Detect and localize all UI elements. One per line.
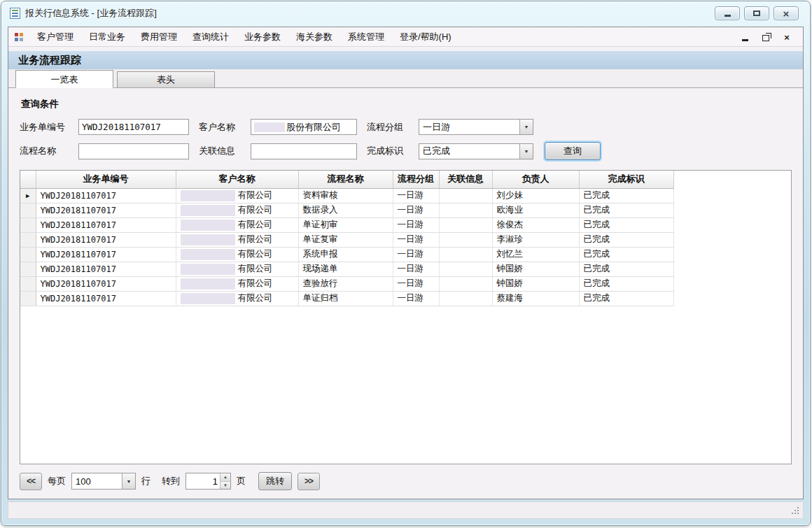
cell-customer[interactable]: 有限公司 xyxy=(176,203,298,217)
spin-down-icon[interactable]: ▼ xyxy=(220,482,230,490)
column-header[interactable]: 流程分组 xyxy=(393,171,439,188)
cell-related[interactable] xyxy=(439,203,492,217)
process-input[interactable] xyxy=(78,143,189,159)
cell-group[interactable]: 一日游 xyxy=(393,247,439,262)
column-header[interactable]: 关联信息 xyxy=(439,171,492,188)
cell-status[interactable]: 已完成 xyxy=(579,247,673,262)
cell-status[interactable]: 已完成 xyxy=(579,262,673,276)
cell-related[interactable] xyxy=(439,232,492,247)
cell-status[interactable]: 已完成 xyxy=(579,203,673,217)
cell-related[interactable] xyxy=(439,262,492,276)
cell-customer[interactable]: 有限公司 xyxy=(176,188,298,203)
row-selector-header[interactable] xyxy=(20,171,36,188)
menu-item[interactable]: 查询统计 xyxy=(185,28,237,46)
cell-owner[interactable]: 刘忆兰 xyxy=(492,247,579,262)
cell-order-no[interactable]: YWDJ20181107017 xyxy=(36,188,176,203)
cell-process[interactable]: 单证复审 xyxy=(298,232,393,247)
row-selector[interactable] xyxy=(20,262,36,276)
menu-item[interactable]: 业务参数 xyxy=(237,28,288,46)
cell-status[interactable]: 已完成 xyxy=(579,217,673,232)
column-header[interactable]: 负责人 xyxy=(492,171,579,188)
cell-owner[interactable]: 欧海业 xyxy=(492,203,579,217)
cell-customer[interactable]: 有限公司 xyxy=(176,217,298,232)
cell-order-no[interactable]: YWDJ20181107017 xyxy=(36,217,176,232)
cell-order-no[interactable]: YWDJ20181107017 xyxy=(36,262,176,276)
cell-status[interactable]: 已完成 xyxy=(579,232,673,247)
menu-item[interactable]: 费用管理 xyxy=(133,28,185,46)
menu-item[interactable]: 日常业务 xyxy=(81,28,133,46)
column-header[interactable]: 流程名称 xyxy=(298,171,393,188)
menu-item[interactable]: 登录/帮助(H) xyxy=(392,28,459,46)
cell-related[interactable] xyxy=(439,291,492,306)
cell-order-no[interactable]: YWDJ20181107017 xyxy=(36,291,176,306)
spin-up-icon[interactable]: ▲ xyxy=(220,473,230,482)
cell-process[interactable]: 单证初审 xyxy=(298,217,393,232)
chevron-down-icon[interactable]: ▼ xyxy=(122,473,135,489)
chevron-down-icon[interactable]: ▼ xyxy=(519,120,533,134)
cell-group[interactable]: 一日游 xyxy=(393,262,439,276)
cell-related[interactable] xyxy=(439,247,492,262)
cell-customer[interactable]: 有限公司 xyxy=(176,247,298,262)
search-button[interactable]: 查询 xyxy=(545,142,601,160)
cell-order-no[interactable]: YWDJ20181107017 xyxy=(36,247,176,262)
cell-group[interactable]: 一日游 xyxy=(393,203,439,217)
row-selector[interactable]: ► xyxy=(20,188,36,203)
mdi-restore-button[interactable] xyxy=(761,32,771,42)
resize-grip[interactable] xyxy=(792,507,800,515)
mdi-close-button[interactable]: × xyxy=(782,32,792,42)
close-button[interactable]: × xyxy=(774,6,799,20)
cell-status[interactable]: 已完成 xyxy=(579,291,673,306)
cell-owner[interactable]: 李淑珍 xyxy=(492,232,579,247)
status-select[interactable]: 已完成 ▼ xyxy=(419,143,533,159)
last-page-button[interactable]: >> xyxy=(298,473,320,490)
cell-status[interactable]: 已完成 xyxy=(579,276,673,291)
cell-group[interactable]: 一日游 xyxy=(393,291,439,306)
row-selector[interactable] xyxy=(20,232,36,247)
column-header[interactable]: 完成标识 xyxy=(579,171,673,188)
jump-button[interactable]: 跳转 xyxy=(258,472,292,490)
cell-order-no[interactable]: YWDJ20181107017 xyxy=(36,203,176,217)
order-no-input[interactable] xyxy=(78,119,189,135)
cell-customer[interactable]: 有限公司 xyxy=(176,262,298,276)
row-selector[interactable] xyxy=(20,217,36,232)
tab-header[interactable]: 表头 xyxy=(117,71,215,87)
cell-related[interactable] xyxy=(439,188,492,203)
cell-owner[interactable]: 蔡建海 xyxy=(492,291,579,306)
row-selector[interactable] xyxy=(20,247,36,262)
cell-related[interactable] xyxy=(439,276,492,291)
row-selector[interactable] xyxy=(20,291,36,306)
cell-process[interactable]: 现场递单 xyxy=(298,262,393,276)
chevron-down-icon[interactable]: ▼ xyxy=(519,144,533,159)
per-page-select[interactable]: 100 ▼ xyxy=(71,473,136,490)
tab-list[interactable]: 一览表 xyxy=(15,70,113,88)
cell-group[interactable]: 一日游 xyxy=(393,188,439,203)
menu-item[interactable]: 客户管理 xyxy=(29,28,81,46)
cell-owner[interactable]: 钟国娇 xyxy=(492,262,579,276)
customer-input[interactable]: 股份有限公司 xyxy=(251,119,357,135)
cell-group[interactable]: 一日游 xyxy=(393,276,439,291)
column-header[interactable]: 客户名称 xyxy=(176,171,298,188)
column-header[interactable]: 业务单编号 xyxy=(36,171,176,188)
cell-process[interactable]: 数据录入 xyxy=(298,203,393,217)
cell-order-no[interactable]: YWDJ20181107017 xyxy=(36,276,176,291)
cell-order-no[interactable]: YWDJ20181107017 xyxy=(36,232,176,247)
cell-owner[interactable]: 刘少妹 xyxy=(492,188,579,203)
row-selector[interactable] xyxy=(20,203,36,217)
cell-status[interactable]: 已完成 xyxy=(579,188,673,203)
maximize-button[interactable] xyxy=(744,6,769,20)
minimize-button[interactable] xyxy=(715,6,740,20)
cell-owner[interactable]: 钟国娇 xyxy=(492,276,579,291)
cell-customer[interactable]: 有限公司 xyxy=(176,232,298,247)
cell-process[interactable]: 单证归档 xyxy=(298,291,393,306)
group-select[interactable]: 一日游 ▼ xyxy=(419,119,533,135)
first-page-button[interactable]: << xyxy=(20,473,42,490)
mdi-minimize-button[interactable] xyxy=(740,32,750,42)
cell-group[interactable]: 一日游 xyxy=(393,232,439,247)
row-selector[interactable] xyxy=(20,276,36,291)
cell-process[interactable]: 查验放行 xyxy=(298,276,393,291)
cell-process[interactable]: 资料审核 xyxy=(298,188,393,203)
page-number-input[interactable] xyxy=(186,473,220,489)
cell-owner[interactable]: 徐俊杰 xyxy=(492,217,579,232)
menu-item[interactable]: 系统管理 xyxy=(340,28,392,46)
cell-customer[interactable]: 有限公司 xyxy=(176,276,298,291)
